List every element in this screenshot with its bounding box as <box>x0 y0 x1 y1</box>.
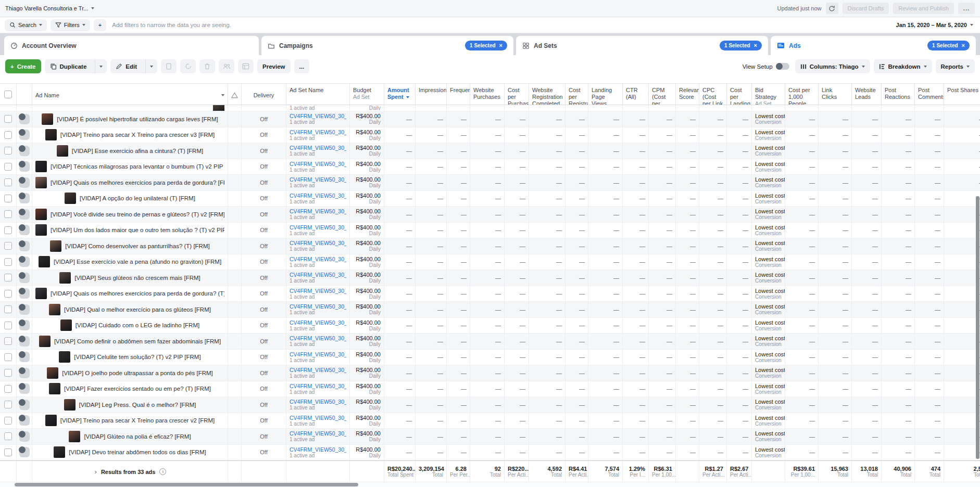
row-toggle[interactable] <box>19 400 30 410</box>
reports-button[interactable]: Reports <box>936 59 975 73</box>
row-toggle[interactable] <box>19 114 30 124</box>
col-header-cplpv[interactable]: Cost per Landing Page View <box>727 84 752 105</box>
row-toggle[interactable] <box>19 146 30 156</box>
col-header-lpv[interactable]: Landing Page Views <box>588 84 623 105</box>
close-icon[interactable]: × <box>754 43 757 48</box>
col-header-ps[interactable]: Post Shares <box>944 84 980 105</box>
row-toggle[interactable] <box>19 177 30 188</box>
tab-ads[interactable]: Ads 1 Selected × <box>771 36 976 55</box>
col-header-rs[interactable]: Relevance Score <box>676 84 699 105</box>
create-button[interactable]: + Create <box>5 59 41 73</box>
sort-caret-icon[interactable] <box>406 96 409 98</box>
col-header-wrc[interactable]: Website Registration Completed <box>529 84 566 105</box>
row-checkbox[interactable] <box>4 131 12 139</box>
col-header-ctr[interactable]: CTR (All) <box>623 84 649 105</box>
row-checkbox[interactable] <box>4 163 12 171</box>
row-toggle[interactable] <box>19 368 30 378</box>
row-toggle[interactable] <box>19 304 30 315</box>
adset-link[interactable]: CV4FRM_VIEW50_30_VID... <box>290 240 346 246</box>
ad-name-link[interactable]: [VIDAP] Celulite tem solução? (T) v2 PIP… <box>74 354 200 360</box>
col-header-spent[interactable]: Amount Spent <box>384 84 416 105</box>
ad-name-link[interactable]: [VIDAP] A opção do leg unilateral (T) [F… <box>80 195 195 201</box>
ad-name-link[interactable]: [VIDAP] Quais os melhores exercicios par… <box>51 180 224 186</box>
ad-name-link[interactable]: [VIDAP] O joelho pode ultrapassar a pont… <box>62 370 213 376</box>
ad-name-link[interactable]: [VIDAP] Treino para secar X Treino para … <box>60 417 215 424</box>
search-button[interactable]: Search <box>5 19 47 31</box>
view-setup-toggle[interactable] <box>776 63 789 70</box>
ad-name-link[interactable]: [VIDAP] Glúteo na polia é eficaz? [FRM] <box>84 433 191 440</box>
adset-link[interactable]: CV4FRM_VIEW50_30_VID... <box>290 351 346 357</box>
edit-button[interactable]: Edit <box>110 59 157 73</box>
adset-link[interactable]: CV4FRM_VIEW50_30_VID... <box>290 288 346 294</box>
adset-link[interactable]: CV4FRM_VIEW50_30_VID... <box>290 256 346 262</box>
adset-link[interactable]: CV4FRM_VIEW50_30_VID... <box>290 272 346 278</box>
pivot-view-button[interactable] <box>238 59 254 73</box>
row-toggle[interactable] <box>19 336 30 347</box>
row-checkbox[interactable] <box>4 242 12 250</box>
col-header-budget[interactable]: BudgetAd Set <box>350 84 384 105</box>
vertical-scrollbar[interactable] <box>976 196 979 459</box>
adset-link[interactable]: CV4FRM_VIEW50_30_VID... <box>290 399 346 405</box>
ad-name-link[interactable]: [VIDAP] Quais os melhores exercicios par… <box>51 290 224 297</box>
ad-name-link[interactable]: [VIDAP] Como definir o abdômen sem fazer… <box>54 338 221 344</box>
row-checkbox[interactable] <box>4 147 12 155</box>
row-checkbox[interactable] <box>4 401 12 408</box>
expand-results-icon[interactable]: › <box>95 468 97 476</box>
adset-link[interactable]: CV4FRM_VIEW50_30_VID... <box>290 208 346 214</box>
adset-link[interactable]: CV4FRM_VIEW50_30_VID... <box>290 446 346 453</box>
col-header-wp[interactable]: Website Purchases <box>470 84 505 105</box>
duplicate-dropdown[interactable] <box>95 59 107 73</box>
columns-button[interactable]: Columns: Thiago <box>795 59 870 73</box>
ad-name-link[interactable]: [VIDAP] Devo treinar abdômen todos os di… <box>69 449 206 455</box>
adset-link[interactable]: CV4FRM_VIEW50_30_VID... <box>290 319 346 326</box>
col-header-adset[interactable]: Ad Set Name <box>286 84 350 105</box>
ad-name-link[interactable]: [VIDAP] Um dos lados maior que o outro t… <box>51 227 224 233</box>
col-header-cprc[interactable]: Cost per Registration Completed <box>566 84 588 105</box>
tab-ad-sets[interactable]: Ad Sets 1 Selected × <box>516 36 768 55</box>
row-checkbox[interactable] <box>4 417 12 425</box>
row-toggle[interactable] <box>19 225 30 235</box>
ad-name-link[interactable]: [VIDAP] Fazer exercicios sentado ou em p… <box>64 386 211 392</box>
col-header-impr[interactable]: Impressions <box>416 84 447 105</box>
horizontal-scrollbar-track[interactable] <box>0 482 980 487</box>
row-checkbox[interactable] <box>4 274 12 281</box>
ad-name-link[interactable]: [VIDAP] Cuidado com o LEG de ladinho [FR… <box>76 322 199 328</box>
col-header-pr[interactable]: Post Reactions <box>882 84 915 105</box>
row-checkbox[interactable] <box>4 178 12 186</box>
refresh-button[interactable] <box>826 3 838 14</box>
adset-link[interactable]: CV4FRM_VIEW50_30_VID... <box>290 176 346 183</box>
discard-drafts-button[interactable]: Discard Drafts <box>843 3 889 14</box>
row-toggle[interactable] <box>19 257 30 267</box>
ad-name-link[interactable]: [VIDAP] Treino para secar X Treino para … <box>60 132 215 138</box>
tab-campaigns[interactable]: Campaigns 1 Selected × <box>261 36 513 55</box>
adset-link[interactable]: CV4FRM_VIEW50_30_VID... <box>290 430 346 437</box>
adset-link[interactable]: CV4FRM_VIEW50_30_VID... <box>290 113 346 119</box>
ad-name-link[interactable]: [VIDAP] Esse exercicio afina a cintura? … <box>72 148 203 154</box>
row-checkbox[interactable] <box>4 290 12 298</box>
history-button[interactable] <box>180 59 196 73</box>
row-checkbox[interactable] <box>4 369 12 377</box>
row-toggle[interactable] <box>19 288 30 299</box>
row-checkbox[interactable] <box>4 226 12 234</box>
duplicate-button[interactable]: Duplicate <box>45 59 107 73</box>
row-checkbox[interactable] <box>4 305 12 313</box>
row-checkbox[interactable] <box>4 210 12 218</box>
row-toggle[interactable] <box>19 241 30 251</box>
col-header-cpc[interactable]: CPC (Cost per Link Click) <box>699 84 727 105</box>
adset-link[interactable]: CV4FRM_VIEW50_30_VID... <box>290 129 346 135</box>
row-checkbox[interactable] <box>4 322 12 329</box>
ab-test-button[interactable] <box>219 59 234 73</box>
row-toggle[interactable] <box>19 352 30 362</box>
row-toggle[interactable] <box>19 320 30 330</box>
breakdown-button[interactable]: Breakdown <box>874 59 932 73</box>
row-checkbox[interactable] <box>4 337 12 345</box>
adset-link[interactable]: CV4FRM_VIEW50_30_VID... <box>290 161 346 167</box>
account-selector[interactable]: Thiago Varella Consultoria e Tr... <box>5 5 94 11</box>
date-range-selector[interactable]: Jan 15, 2020 – Mar 5, 2020 <box>896 22 975 28</box>
adset-link[interactable]: CV4FRM_VIEW50_30_VID... <box>290 303 346 310</box>
edit-dropdown[interactable] <box>145 59 157 73</box>
filters-button[interactable]: Filters <box>51 19 90 31</box>
col-header-cp1000[interactable]: Cost per 1,000 People Reached <box>785 84 819 105</box>
select-all-checkbox[interactable] <box>4 91 12 98</box>
ad-name-link[interactable]: [VIDAP] É possível hipertrofiar utilizan… <box>57 116 218 122</box>
